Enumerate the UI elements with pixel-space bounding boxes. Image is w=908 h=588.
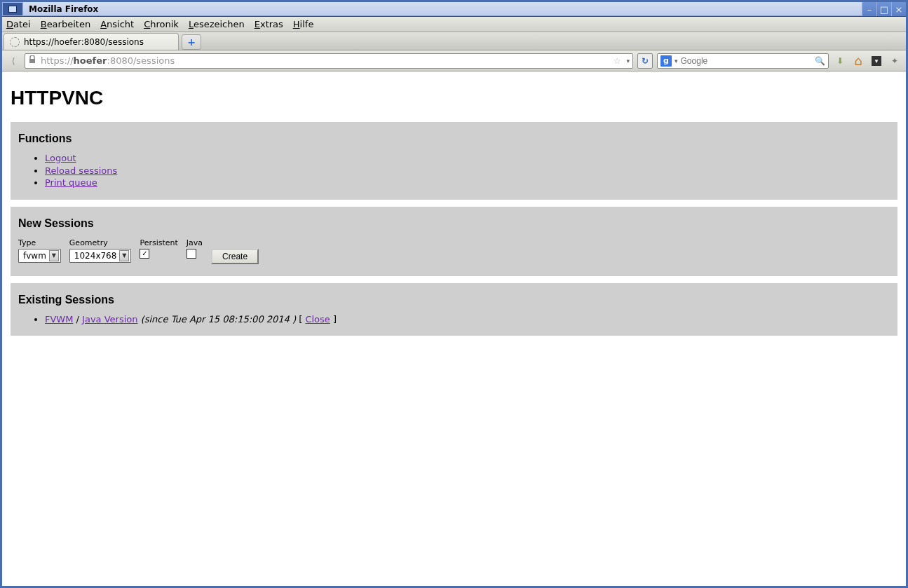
geometry-select[interactable]: 1024x768 ▼ xyxy=(69,249,132,263)
list-item: FVWM / Java Version (since Tue Apr 15 08… xyxy=(45,313,891,326)
chevron-down-icon: ▼ xyxy=(49,250,59,261)
separator: / xyxy=(73,314,82,324)
addon-button[interactable]: ✦ xyxy=(888,54,902,68)
reload-button[interactable]: ↻ xyxy=(637,53,653,69)
list-item: Print queue xyxy=(45,177,891,189)
menu-hilfe[interactable]: Hilfe xyxy=(293,19,314,29)
save-button[interactable]: ▾ xyxy=(869,54,883,68)
navigation-toolbar: ⟨ https://hoefer:8080/sessions ☆ ▾ ↻ g ▾… xyxy=(2,50,906,71)
session-since-text: (since Tue Apr 15 08:15:00 2014 ) xyxy=(141,314,296,324)
downloads-button[interactable]: ⬇ xyxy=(833,54,847,68)
list-item: Logout xyxy=(45,152,891,165)
create-button[interactable]: Create xyxy=(211,249,259,264)
type-select-value: fvwm xyxy=(23,251,46,261)
menu-extras[interactable]: Extras xyxy=(255,19,283,29)
list-item: Reload sessions xyxy=(45,165,891,177)
reload-sessions-link[interactable]: Reload sessions xyxy=(45,165,117,176)
chevron-down-icon: ▼ xyxy=(119,250,129,261)
reload-icon: ↻ xyxy=(642,56,649,66)
search-provider-dropdown-icon[interactable]: ▾ xyxy=(675,57,678,64)
menubar: Datei Bearbeiten Ansicht Chronik Lesezei… xyxy=(2,17,906,32)
menu-ansicht[interactable]: Ansicht xyxy=(100,19,134,29)
menu-bearbeiten[interactable]: Bearbeiten xyxy=(41,19,90,29)
app-menu-icon[interactable] xyxy=(2,2,23,16)
spacer xyxy=(211,238,214,247)
persistent-checkbox[interactable]: ✓ xyxy=(140,249,149,259)
new-sessions-panel: New Sessions Type fvwm ▼ Geometry 1024x7… xyxy=(11,207,897,276)
back-button[interactable]: ⟨ xyxy=(6,54,20,68)
lock-icon xyxy=(28,55,36,66)
type-select[interactable]: fvwm ▼ xyxy=(18,249,61,263)
window-titlebar: Mozilla Firefox – □ × xyxy=(2,2,906,17)
bracket: [ xyxy=(296,314,305,324)
persistent-label: Persistent xyxy=(140,238,177,247)
tab-strip: https://hoefer:8080/sessions + xyxy=(2,32,906,50)
close-window-button[interactable]: × xyxy=(891,2,906,16)
functions-heading: Functions xyxy=(18,132,891,145)
browser-tab[interactable]: https://hoefer:8080/sessions xyxy=(4,33,179,50)
search-input[interactable] xyxy=(681,56,812,66)
page-title: HTTPVNC xyxy=(11,87,897,109)
minimize-button[interactable]: – xyxy=(862,2,876,16)
java-label: Java xyxy=(187,238,203,247)
geometry-select-value: 1024x768 xyxy=(74,251,117,261)
bookmark-star-icon[interactable]: ☆ xyxy=(614,56,621,66)
menu-chronik[interactable]: Chronik xyxy=(144,19,179,29)
bracket: ] xyxy=(330,314,337,324)
existing-sessions-panel: Existing Sessions FVWM / Java Version (s… xyxy=(11,283,897,336)
functions-panel: Functions Logout Reload sessions Print q… xyxy=(11,122,897,200)
maximize-button[interactable]: □ xyxy=(876,2,891,16)
new-tab-button[interactable]: + xyxy=(182,34,201,50)
save-icon: ▾ xyxy=(872,56,881,66)
window-title: Mozilla Firefox xyxy=(23,2,862,16)
existing-sessions-heading: Existing Sessions xyxy=(18,294,891,306)
session-java-link[interactable]: Java Version xyxy=(82,314,137,324)
search-box[interactable]: g ▾ 🔍 xyxy=(657,53,829,69)
tab-title: https://hoefer:8080/sessions xyxy=(24,37,144,47)
menu-lesezeichen[interactable]: Lesezeichen xyxy=(189,19,245,29)
session-close-link[interactable]: Close xyxy=(305,314,330,324)
url-bar[interactable]: https://hoefer:8080/sessions ☆ ▾ xyxy=(25,53,633,69)
svg-rect-0 xyxy=(29,59,35,63)
type-label: Type xyxy=(18,238,36,247)
java-checkbox[interactable] xyxy=(187,249,196,259)
search-magnifier-icon[interactable]: 🔍 xyxy=(815,56,825,66)
print-queue-link[interactable]: Print queue xyxy=(45,177,97,188)
menu-datei[interactable]: Datei xyxy=(6,19,31,29)
tab-favicon-icon xyxy=(10,37,20,47)
search-provider-icon[interactable]: g xyxy=(660,55,672,67)
geometry-label: Geometry xyxy=(69,238,108,247)
logout-link[interactable]: Logout xyxy=(45,153,76,163)
page-body: HTTPVNC Functions Logout Reload sessions… xyxy=(2,71,906,336)
url-dropdown-icon[interactable]: ▾ xyxy=(626,57,630,64)
home-button[interactable]: ⌂ xyxy=(851,54,865,68)
session-fvwm-link[interactable]: FVWM xyxy=(45,314,73,324)
new-sessions-heading: New Sessions xyxy=(18,217,891,230)
url-text: https://hoefer:8080/sessions xyxy=(41,55,175,66)
